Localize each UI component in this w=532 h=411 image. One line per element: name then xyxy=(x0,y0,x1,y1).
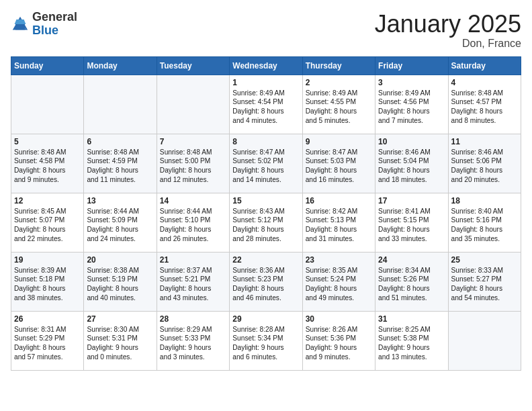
day-info: Sunrise: 8:34 AM Sunset: 5:26 PM Dayligh… xyxy=(378,266,445,303)
calendar-cell: 19Sunrise: 8:39 AM Sunset: 5:18 PM Dayli… xyxy=(11,252,84,311)
day-number: 10 xyxy=(378,137,445,146)
calendar-cell: 24Sunrise: 8:34 AM Sunset: 5:26 PM Dayli… xyxy=(375,252,448,311)
header: General Blue January 2025 Don, France xyxy=(11,11,521,50)
calendar-cell: 17Sunrise: 8:41 AM Sunset: 5:15 PM Dayli… xyxy=(375,193,448,252)
day-info: Sunrise: 8:49 AM Sunset: 4:55 PM Dayligh… xyxy=(306,89,372,126)
day-info: Sunrise: 8:30 AM Sunset: 5:31 PM Dayligh… xyxy=(87,325,153,362)
day-number: 8 xyxy=(232,137,299,146)
calendar-cell: 31Sunrise: 8:25 AM Sunset: 5:38 PM Dayli… xyxy=(375,311,448,370)
calendar-table: Sunday Monday Tuesday Wednesday Thursday… xyxy=(11,56,521,371)
day-info: Sunrise: 8:40 AM Sunset: 5:16 PM Dayligh… xyxy=(451,207,518,244)
calendar-cell: 20Sunrise: 8:38 AM Sunset: 5:19 PM Dayli… xyxy=(84,252,157,311)
day-number: 20 xyxy=(87,255,153,265)
col-thursday: Thursday xyxy=(302,56,375,75)
day-number: 26 xyxy=(14,314,81,324)
day-number: 9 xyxy=(306,137,372,146)
day-info: Sunrise: 8:28 AM Sunset: 5:34 PM Dayligh… xyxy=(232,325,299,362)
day-info: Sunrise: 8:48 AM Sunset: 5:00 PM Dayligh… xyxy=(160,148,226,185)
day-info: Sunrise: 8:45 AM Sunset: 5:07 PM Dayligh… xyxy=(14,207,81,244)
logo: General Blue xyxy=(11,11,77,38)
day-number: 27 xyxy=(87,314,153,324)
calendar-cell: 1Sunrise: 8:49 AM Sunset: 4:54 PM Daylig… xyxy=(230,75,302,134)
day-info: Sunrise: 8:42 AM Sunset: 5:13 PM Dayligh… xyxy=(306,207,372,244)
day-info: Sunrise: 8:47 AM Sunset: 5:02 PM Dayligh… xyxy=(232,148,299,185)
day-number: 24 xyxy=(378,255,445,265)
calendar-cell: 27Sunrise: 8:30 AM Sunset: 5:31 PM Dayli… xyxy=(84,311,157,370)
day-number: 6 xyxy=(87,137,153,146)
logo-text: General Blue xyxy=(32,11,77,38)
calendar-cell: 11Sunrise: 8:46 AM Sunset: 5:06 PM Dayli… xyxy=(448,134,521,193)
day-number: 13 xyxy=(87,196,153,205)
day-info: Sunrise: 8:41 AM Sunset: 5:15 PM Dayligh… xyxy=(378,207,445,244)
calendar-header: Sunday Monday Tuesday Wednesday Thursday… xyxy=(11,56,521,75)
day-number: 16 xyxy=(306,196,372,205)
day-info: Sunrise: 8:35 AM Sunset: 5:24 PM Dayligh… xyxy=(306,266,372,303)
calendar-cell: 3Sunrise: 8:49 AM Sunset: 4:56 PM Daylig… xyxy=(375,75,448,134)
day-number: 4 xyxy=(451,78,518,87)
day-number: 12 xyxy=(14,196,81,205)
header-row: Sunday Monday Tuesday Wednesday Thursday… xyxy=(11,56,521,75)
week-row-5: 26Sunrise: 8:31 AM Sunset: 5:29 PM Dayli… xyxy=(11,311,521,370)
day-number: 22 xyxy=(232,255,299,265)
day-info: Sunrise: 8:31 AM Sunset: 5:29 PM Dayligh… xyxy=(14,325,81,362)
day-info: Sunrise: 8:47 AM Sunset: 5:03 PM Dayligh… xyxy=(306,148,372,185)
page: General Blue January 2025 Don, France Su… xyxy=(0,0,532,381)
location: Don, France xyxy=(375,38,521,50)
day-number: 19 xyxy=(14,255,81,265)
day-number: 5 xyxy=(14,137,81,146)
calendar-cell: 4Sunrise: 8:48 AM Sunset: 4:57 PM Daylig… xyxy=(448,75,521,134)
calendar-cell: 15Sunrise: 8:43 AM Sunset: 5:12 PM Dayli… xyxy=(230,193,302,252)
calendar-cell: 8Sunrise: 8:47 AM Sunset: 5:02 PM Daylig… xyxy=(230,134,302,193)
logo-icon xyxy=(11,15,30,34)
calendar-cell xyxy=(448,311,521,370)
calendar-cell: 22Sunrise: 8:36 AM Sunset: 5:23 PM Dayli… xyxy=(230,252,302,311)
day-info: Sunrise: 8:25 AM Sunset: 5:38 PM Dayligh… xyxy=(378,325,445,362)
logo-general-text: General xyxy=(32,11,77,24)
day-number: 21 xyxy=(160,255,226,265)
day-info: Sunrise: 8:49 AM Sunset: 4:56 PM Dayligh… xyxy=(378,89,445,126)
day-number: 17 xyxy=(378,196,445,205)
title-block: January 2025 Don, France xyxy=(375,11,521,50)
calendar-body: 1Sunrise: 8:49 AM Sunset: 4:54 PM Daylig… xyxy=(11,75,521,370)
day-number: 2 xyxy=(306,78,372,87)
day-info: Sunrise: 8:39 AM Sunset: 5:18 PM Dayligh… xyxy=(14,266,81,303)
calendar-cell: 29Sunrise: 8:28 AM Sunset: 5:34 PM Dayli… xyxy=(230,311,302,370)
calendar-cell: 2Sunrise: 8:49 AM Sunset: 4:55 PM Daylig… xyxy=(302,75,375,134)
svg-marker-3 xyxy=(15,19,26,24)
col-tuesday: Tuesday xyxy=(157,56,229,75)
day-info: Sunrise: 8:26 AM Sunset: 5:36 PM Dayligh… xyxy=(306,325,372,362)
day-info: Sunrise: 8:49 AM Sunset: 4:54 PM Dayligh… xyxy=(232,89,299,126)
calendar-cell: 16Sunrise: 8:42 AM Sunset: 5:13 PM Dayli… xyxy=(302,193,375,252)
col-saturday: Saturday xyxy=(448,56,521,75)
calendar-cell: 10Sunrise: 8:46 AM Sunset: 5:04 PM Dayli… xyxy=(375,134,448,193)
day-number: 3 xyxy=(378,78,445,87)
day-number: 31 xyxy=(378,314,445,324)
day-info: Sunrise: 8:48 AM Sunset: 4:57 PM Dayligh… xyxy=(451,89,518,126)
week-row-4: 19Sunrise: 8:39 AM Sunset: 5:18 PM Dayli… xyxy=(11,252,521,311)
day-number: 15 xyxy=(232,196,299,205)
day-info: Sunrise: 8:44 AM Sunset: 5:10 PM Dayligh… xyxy=(160,207,226,244)
calendar-cell: 13Sunrise: 8:44 AM Sunset: 5:09 PM Dayli… xyxy=(84,193,157,252)
calendar-cell xyxy=(157,75,229,134)
svg-rect-2 xyxy=(15,24,25,30)
week-row-3: 12Sunrise: 8:45 AM Sunset: 5:07 PM Dayli… xyxy=(11,193,521,252)
col-monday: Monday xyxy=(84,56,157,75)
col-sunday: Sunday xyxy=(11,56,84,75)
calendar-cell: 21Sunrise: 8:37 AM Sunset: 5:21 PM Dayli… xyxy=(157,252,229,311)
day-info: Sunrise: 8:29 AM Sunset: 5:33 PM Dayligh… xyxy=(160,325,226,362)
day-number: 29 xyxy=(232,314,299,324)
day-info: Sunrise: 8:46 AM Sunset: 5:04 PM Dayligh… xyxy=(378,148,445,185)
day-number: 14 xyxy=(160,196,226,205)
day-number: 23 xyxy=(306,255,372,265)
calendar-cell: 5Sunrise: 8:48 AM Sunset: 4:58 PM Daylig… xyxy=(11,134,84,193)
day-number: 30 xyxy=(306,314,372,324)
day-info: Sunrise: 8:37 AM Sunset: 5:21 PM Dayligh… xyxy=(160,266,226,303)
day-info: Sunrise: 8:33 AM Sunset: 5:27 PM Dayligh… xyxy=(451,266,518,303)
col-wednesday: Wednesday xyxy=(230,56,302,75)
calendar-cell: 12Sunrise: 8:45 AM Sunset: 5:07 PM Dayli… xyxy=(11,193,84,252)
month-title: January 2025 xyxy=(375,11,521,38)
day-info: Sunrise: 8:36 AM Sunset: 5:23 PM Dayligh… xyxy=(232,266,299,303)
day-info: Sunrise: 8:38 AM Sunset: 5:19 PM Dayligh… xyxy=(87,266,153,303)
day-number: 18 xyxy=(451,196,518,205)
calendar-cell: 23Sunrise: 8:35 AM Sunset: 5:24 PM Dayli… xyxy=(302,252,375,311)
